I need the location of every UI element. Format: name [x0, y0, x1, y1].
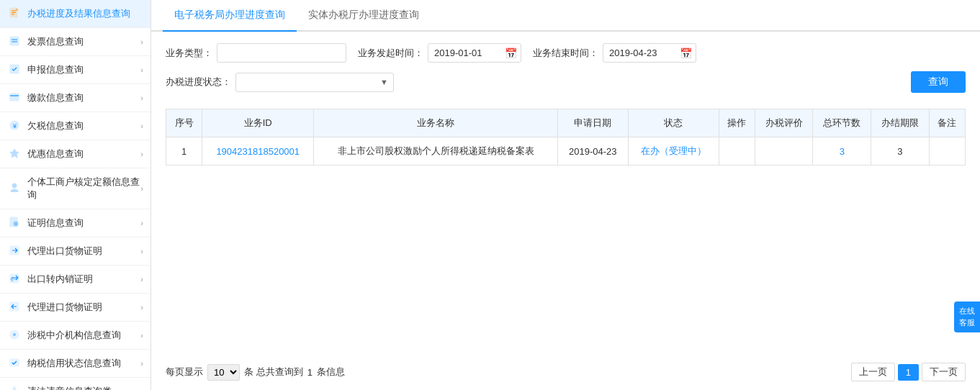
prev-page-button[interactable]: 上一页: [851, 363, 895, 381]
sidebar-item-export-agent[interactable]: 代理出口货物证明 ›: [0, 237, 150, 266]
chevron-right-icon: ›: [140, 219, 143, 227]
credit-icon: [9, 357, 22, 370]
result-table: 序号 业务ID 业务名称 申请日期 状态 操作 办税评价 总环节数 办结期限 备…: [166, 109, 966, 165]
sidebar-item-cert-query[interactable]: 证明信息查询 ›: [0, 209, 150, 237]
page-1-button[interactable]: 1: [898, 364, 919, 381]
business-type-input[interactable]: [217, 43, 346, 63]
table-header-row: 序号 业务ID 业务名称 申请日期 状态 操作 办税评价 总环节数 办结期限 备…: [166, 109, 966, 137]
cell-status: 在办（受理中）: [628, 137, 719, 165]
sidebar-item-declare-query[interactable]: 申报信息查询 ›: [0, 56, 150, 84]
sidebar-item-label: 优惠信息查询: [27, 148, 142, 160]
chevron-right-icon: ›: [140, 331, 143, 340]
query-button[interactable]: 查询: [911, 71, 966, 93]
sidebar-item-label: 代理出口货物证明: [27, 245, 142, 258]
sidebar-item-label: 证明信息查询: [27, 217, 142, 230]
sidebar-item-label: 发票信息查询: [27, 35, 142, 48]
sidebar-item-credit[interactable]: 纳税信用状态信息查询 ›: [0, 350, 150, 378]
col-business-name: 业务名称: [314, 109, 558, 137]
chevron-right-icon: ›: [140, 122, 143, 130]
page-size-select[interactable]: 10 20 50: [207, 364, 240, 381]
export-icon: [9, 245, 22, 258]
start-date-input[interactable]: [428, 43, 521, 63]
end-time-label: 业务结束时间：: [533, 47, 598, 60]
start-time-label: 业务发起时间：: [358, 47, 423, 60]
total-count: 1: [307, 367, 313, 378]
prefer-icon: [9, 148, 22, 160]
pagination-info: 每页显示 10 20 50 条 总共查询到 1 条信息: [166, 364, 345, 381]
invoice-icon: [9, 35, 22, 48]
tab-electronic[interactable]: 电子税务局办理进度查询: [163, 0, 297, 32]
status-text: 在办（受理中）: [641, 145, 706, 156]
chevron-right-icon: ›: [140, 387, 143, 390]
sidebar-item-label: 个体工商户核定定额信息查询: [27, 176, 142, 201]
col-deadline: 办结期限: [871, 109, 930, 137]
business-id-link[interactable]: 1904231818520001: [216, 146, 300, 157]
col-total-steps: 总环节数: [813, 109, 871, 137]
debt-icon: ¥: [9, 119, 22, 132]
import-icon: [9, 301, 22, 314]
cell-deadline: 3: [871, 137, 930, 165]
status-field: 办税进度状态： 在办（受理中） 已办结 ▼: [166, 73, 394, 92]
sidebar-item-payment-query[interactable]: 缴款信息查询 ›: [0, 84, 150, 112]
chevron-right-icon: ›: [140, 150, 143, 158]
col-index: 序号: [166, 109, 202, 137]
pagination-bar: 每页显示 10 20 50 条 总共查询到 1 条信息 上一页 1 下一页: [151, 354, 980, 390]
result-table-container: 序号 业务ID 业务名称 申请日期 状态 操作 办税评价 总环节数 办结期限 备…: [151, 109, 980, 354]
start-date-wrapper: 📅: [428, 43, 521, 63]
search-form: 业务类型： 业务发起时间： 📅 业务结束时间： 📅: [151, 32, 980, 109]
svg-text:¥: ¥: [12, 122, 17, 130]
sidebar-item-label: 涉税中介机构信息查询: [27, 329, 142, 342]
sidebar-item-debt-query[interactable]: ¥ 欠税信息查询 ›: [0, 112, 150, 140]
chevron-right-icon: ›: [140, 94, 143, 102]
sidebar-item-label: 缴款信息查询: [27, 91, 142, 104]
pagination-controls: 上一页 1 下一页: [851, 363, 966, 381]
end-date-input[interactable]: [603, 43, 696, 63]
sidebar-item-individual-query[interactable]: 个体工商户核定定额信息查询 ›: [0, 168, 150, 209]
col-tax-rating: 办税评价: [755, 109, 813, 137]
sidebar-item-import-agent[interactable]: 代理进口货物证明 ›: [0, 294, 150, 322]
col-remark: 备注: [929, 109, 965, 137]
svg-point-16: [14, 222, 18, 226]
doc-icon: [9, 7, 22, 20]
total-label: 条 总共查询到: [244, 366, 303, 378]
svg-rect-9: [10, 94, 19, 101]
sidebar-item-violation[interactable]: ! 违法违章信息查询类 ›: [0, 378, 150, 390]
start-time-field: 业务发起时间： 📅: [358, 43, 521, 63]
sidebar-item-label: 纳税信用状态信息查询: [27, 357, 142, 370]
cert-icon: [9, 217, 22, 230]
status-select[interactable]: 在办（受理中） 已办结: [235, 73, 394, 92]
next-page-button[interactable]: 下一页: [922, 363, 966, 381]
sidebar-item-label: 代理进口货物证明: [27, 301, 142, 314]
total-suffix: 条信息: [317, 366, 345, 378]
sidebar-item-intermediary[interactable]: 涉税中介机构信息查询 ›: [0, 322, 150, 350]
cell-operation: [719, 137, 755, 165]
chevron-right-icon: ›: [140, 65, 143, 74]
tab-physical[interactable]: 实体办税厅办理进度查询: [297, 0, 431, 32]
sidebar-item-label: 申报信息查询: [27, 63, 142, 76]
main-content: 电子税务局办理进度查询 实体办税厅办理进度查询 业务类型： 业务发起时间： 📅 …: [151, 0, 980, 390]
business-type-label: 业务类型：: [166, 47, 212, 60]
cell-index: 1: [166, 137, 202, 165]
sidebar-item-invoice-query[interactable]: 发票信息查询 ›: [0, 28, 150, 56]
float-chat-widget[interactable]: 在线 客服: [954, 301, 980, 332]
cell-tax-rating: [755, 137, 813, 165]
sidebar: 办税进度及结果信息查询 发票信息查询 › 申报信息查询 › 缴款信息查询 › ¥…: [0, 0, 151, 390]
end-time-field: 业务结束时间： 📅: [533, 43, 696, 63]
chevron-right-icon: ›: [140, 184, 143, 193]
svg-point-14: [12, 183, 17, 188]
cell-remark: [929, 137, 965, 165]
sidebar-item-label: 违法违章信息查询类: [27, 385, 142, 390]
transfer-icon: [9, 273, 22, 286]
col-status: 状态: [628, 109, 719, 137]
individual-icon: [9, 182, 22, 195]
violation-icon: !: [9, 385, 22, 390]
sidebar-item-prefer-query[interactable]: 优惠信息查询 ›: [0, 140, 150, 168]
svg-point-21: [13, 333, 16, 336]
total-steps-link[interactable]: 3: [840, 146, 845, 157]
svg-rect-5: [10, 37, 19, 45]
cell-business-id: 1904231818520001: [202, 137, 314, 165]
tab-bar: 电子税务局办理进度查询 实体办税厅办理进度查询: [151, 0, 980, 32]
table-row: 1 1904231818520001 非上市公司股权激励个人所得税递延纳税备案表…: [166, 137, 966, 165]
sidebar-item-export-transfer[interactable]: 出口转内销证明 ›: [0, 266, 150, 294]
sidebar-item-tax-progress[interactable]: 办税进度及结果信息查询: [0, 0, 150, 28]
